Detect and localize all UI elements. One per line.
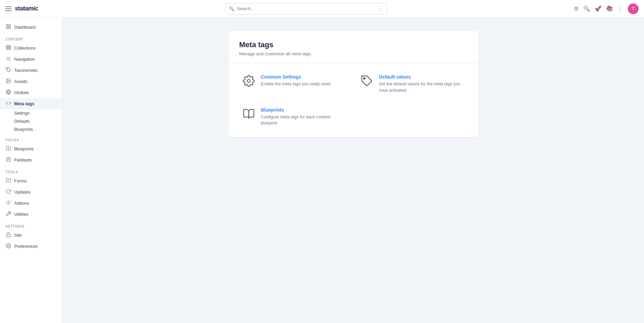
forms-icon: [5, 178, 11, 184]
sidebar-item-taxonomies-label: Taxonomies: [14, 68, 37, 73]
site-icon: [5, 232, 11, 238]
card-subtitle: Manage and customize all meta tags.: [239, 51, 467, 56]
sidebar-item-site-label: Site: [14, 233, 22, 238]
globals-icon: [5, 89, 11, 96]
sidebar-item-addons[interactable]: Addons: [0, 198, 62, 209]
svg-rect-14: [6, 234, 10, 237]
sidebar-item-meta-tags-label: Meta tags: [14, 101, 34, 106]
sidebar: Dashboard CONTENT Collections Navigation…: [0, 18, 62, 323]
card-title: Meta tags: [239, 40, 467, 49]
search-bar[interactable]: 🔍 /: [225, 3, 387, 14]
common-settings-icon: [242, 74, 256, 88]
grid-icon[interactable]: ⋮: [618, 5, 623, 12]
fields-section-label: FIELDS: [0, 134, 62, 143]
utilities-icon: [5, 211, 11, 217]
sidebar-item-preferences-label: Preferences: [14, 244, 38, 249]
settings-section-label: SETTINGS: [0, 220, 62, 230]
sidebar-item-globals[interactable]: Globals: [0, 87, 62, 98]
sidebar-sub-blueprints[interactable]: Blueprints: [0, 125, 62, 134]
topbar: statamic 🔍 / ⚙ 🔍 🚀 📚 ⋮ T: [0, 0, 644, 18]
sidebar-sub-settings[interactable]: Settings: [0, 109, 62, 117]
sidebar-item-updates[interactable]: Updates: [0, 186, 62, 198]
sidebar-item-assets-label: Assets: [14, 79, 27, 84]
svg-rect-12: [6, 178, 10, 182]
card-body: Common Settings Enable the meta tags you…: [229, 63, 478, 137]
brand-logo: statamic: [15, 5, 38, 12]
svg-point-13: [8, 202, 9, 203]
search-icon: 🔍: [229, 6, 234, 11]
rocket-icon[interactable]: 🚀: [595, 5, 601, 12]
sidebar-item-taxonomies[interactable]: Taxonomies: [0, 65, 62, 76]
default-values-desc: Set the default values for the meta tags…: [379, 81, 465, 94]
sidebar-item-assets[interactable]: Assets: [0, 76, 62, 87]
dashboard-icon: [5, 24, 11, 30]
default-values-text: Default values Set the default values fo…: [379, 74, 465, 94]
sidebar-item-addons-label: Addons: [14, 201, 29, 206]
sidebar-item-dashboard[interactable]: Dashboard: [0, 22, 62, 33]
hamburger-menu[interactable]: [5, 6, 11, 11]
sidebar-item-globals-label: Globals: [14, 90, 29, 95]
sidebar-item-forms[interactable]: Forms: [0, 175, 62, 186]
sidebar-item-dashboard-label: Dashboard: [14, 25, 36, 30]
svg-rect-10: [6, 146, 10, 150]
card-options-grid: Common Settings Enable the meta tags you…: [239, 71, 467, 129]
topbar-center: 🔍 /: [42, 3, 570, 14]
common-settings-option[interactable]: Common Settings Enable the meta tags you…: [239, 71, 349, 96]
svg-point-5: [7, 68, 8, 69]
updates-icon: [5, 189, 11, 195]
card-header: Meta tags Manage and customize all meta …: [229, 31, 478, 63]
sidebar-item-preferences[interactable]: Preferences: [0, 241, 62, 252]
topbar-right: ⚙ 🔍 🚀 📚 ⋮ T: [574, 3, 639, 14]
preferences-icon: [5, 243, 11, 249]
blueprints-option-text: Blueprints Configure meta tags for each …: [261, 107, 347, 127]
sidebar-item-forms-label: Forms: [14, 178, 27, 183]
svg-rect-0: [6, 25, 8, 26]
sidebar-item-blueprints[interactable]: Blueprints: [0, 143, 62, 154]
default-values-option[interactable]: Default values Set the default values fo…: [357, 71, 467, 96]
common-settings-title: Common Settings: [261, 74, 332, 80]
sidebar-sub-defaults[interactable]: Defaults: [0, 117, 62, 125]
svg-point-17: [364, 78, 365, 79]
sidebar-item-utilities-label: Utilities: [14, 212, 28, 217]
content-section-label: CONTENT: [0, 33, 62, 42]
sidebar-item-utilities[interactable]: Utilities: [0, 209, 62, 220]
sidebar-item-collections-label: Collections: [14, 46, 36, 51]
sidebar-item-site[interactable]: Site: [0, 230, 62, 241]
main-content: Meta tags Manage and customize all meta …: [62, 18, 644, 323]
blueprints-option-desc: Configure meta tags for each content blu…: [261, 114, 347, 127]
common-settings-desc: Enable the meta tags you really need.: [261, 81, 332, 87]
sidebar-item-fieldsets[interactable]: Fieldsets: [0, 154, 62, 166]
search-input[interactable]: [237, 6, 376, 11]
common-settings-text: Common Settings Enable the meta tags you…: [261, 74, 332, 87]
svg-point-15: [8, 245, 9, 246]
search-icon-top[interactable]: 🔍: [583, 5, 590, 12]
navigation-icon: [5, 56, 11, 62]
blueprints-icon: [5, 146, 11, 152]
svg-rect-1: [9, 25, 10, 26]
sidebar-item-meta-tags[interactable]: Meta tags: [0, 98, 62, 109]
svg-point-16: [247, 80, 250, 83]
search-shortcut: /: [378, 6, 383, 11]
svg-rect-3: [9, 27, 10, 29]
sidebar-item-navigation-label: Navigation: [14, 57, 35, 62]
docs-icon[interactable]: 📚: [606, 5, 613, 12]
taxonomies-icon: [5, 67, 11, 74]
svg-point-7: [7, 80, 8, 81]
meta-tags-icon: [5, 100, 11, 107]
blueprints-option-title: Blueprints: [261, 107, 347, 113]
sidebar-item-blueprints-label: Blueprints: [14, 146, 34, 151]
meta-tags-card: Meta tags Manage and customize all meta …: [229, 31, 478, 137]
user-avatar[interactable]: T: [628, 3, 639, 14]
default-values-icon: [360, 74, 374, 88]
blueprints-option[interactable]: Blueprints Configure meta tags for each …: [239, 105, 349, 129]
addons-icon: [5, 200, 11, 206]
svg-rect-2: [6, 27, 8, 29]
sidebar-item-fieldsets-label: Fieldsets: [14, 157, 32, 163]
collections-icon: [5, 45, 11, 51]
sidebar-item-collections[interactable]: Collections: [0, 42, 62, 54]
settings-icon[interactable]: ⚙: [574, 5, 579, 12]
sidebar-item-navigation[interactable]: Navigation: [0, 54, 62, 65]
blueprints-option-icon: [242, 107, 256, 121]
layout: Dashboard CONTENT Collections Navigation…: [0, 18, 644, 323]
default-values-title: Default values: [379, 74, 465, 80]
